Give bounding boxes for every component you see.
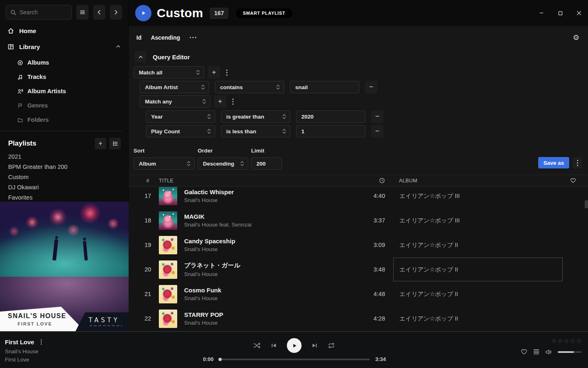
now-playing-album[interactable]: First Love bbox=[5, 357, 44, 363]
track-album-cell-focused[interactable]: エイリアン☆ポップ II bbox=[393, 258, 563, 281]
nav-back-button[interactable] bbox=[93, 5, 105, 20]
track-artist[interactable]: Snail's House bbox=[184, 271, 356, 277]
star-icon[interactable]: ☆ bbox=[557, 337, 563, 345]
search-box[interactable] bbox=[6, 5, 72, 20]
search-input[interactable] bbox=[20, 9, 67, 16]
track-row[interactable]: 22 STARRY POP Snail's House 4:28 エイリアン☆ポ… bbox=[129, 306, 588, 331]
rule-operator-select[interactable]: is greater than bbox=[221, 110, 290, 123]
column-favorite[interactable] bbox=[563, 177, 588, 184]
match-type-select[interactable]: Match all bbox=[134, 66, 204, 79]
order-select[interactable]: Descending bbox=[198, 157, 248, 170]
column-duration[interactable] bbox=[356, 177, 393, 184]
sidebar-item-home[interactable]: Home bbox=[0, 25, 128, 36]
rule-field-select[interactable]: Year bbox=[146, 110, 215, 123]
track-album-cell[interactable]: エイリアン☆ポップ II bbox=[393, 307, 563, 330]
remove-rule-button[interactable]: − bbox=[365, 81, 377, 93]
match-type-select[interactable]: Match any bbox=[140, 95, 210, 108]
sidebar-item-folders[interactable]: Folders bbox=[0, 114, 128, 125]
maximize-button[interactable] bbox=[554, 7, 567, 20]
collapse-query-editor-button[interactable] bbox=[135, 51, 146, 63]
column-index[interactable]: # bbox=[137, 177, 159, 184]
playlist-item[interactable]: DJ Okawari bbox=[8, 182, 124, 193]
rule-operator-select[interactable]: contains bbox=[215, 81, 284, 93]
add-rule-button[interactable]: + bbox=[208, 66, 220, 79]
sidebar-item-albums[interactable]: Albums bbox=[0, 57, 128, 68]
track-artist[interactable]: Snail's House bbox=[184, 320, 356, 326]
minus-icon: − bbox=[375, 112, 379, 121]
star-icon[interactable]: ☆ bbox=[564, 337, 569, 345]
remove-rule-button[interactable]: − bbox=[371, 110, 383, 123]
queue-button[interactable] bbox=[533, 348, 540, 355]
column-album[interactable]: ALBUM bbox=[393, 178, 563, 184]
add-rule-button[interactable]: + bbox=[214, 95, 226, 108]
sidebar-item-genres[interactable]: Genres bbox=[0, 100, 128, 111]
track-album-cell[interactable]: エイリアン☆ポップ II bbox=[393, 282, 563, 306]
nav-forward-button[interactable] bbox=[110, 5, 122, 20]
save-as-button[interactable]: Save as bbox=[538, 157, 569, 168]
track-album-cell[interactable]: エイリアン☆ポップ III bbox=[393, 187, 563, 208]
minimize-button[interactable]: − bbox=[535, 7, 548, 20]
favorite-button[interactable] bbox=[521, 348, 528, 355]
track-row[interactable]: 17 Galactic Whisper Snail's House 4:40 エ… bbox=[129, 187, 588, 208]
progress-handle[interactable] bbox=[218, 358, 222, 361]
chevrons-up-down-icon bbox=[201, 84, 205, 90]
next-track-button[interactable] bbox=[312, 342, 318, 349]
track-artist[interactable]: Snail's House bbox=[184, 197, 356, 203]
shuffle-button[interactable] bbox=[253, 342, 261, 349]
track-row[interactable]: 21 Cosmo Funk Snail's House 4:48 エイリアン☆ポ… bbox=[129, 282, 588, 306]
now-playing-album-art[interactable]: SNAIL'S HOUSE FIRST LOVE TASTY bbox=[0, 202, 129, 331]
menu-button[interactable] bbox=[76, 5, 89, 20]
volume-slider[interactable] bbox=[558, 351, 581, 353]
now-playing-artist[interactable]: Snail's House bbox=[5, 348, 44, 355]
close-button[interactable] bbox=[572, 7, 586, 20]
repeat-button[interactable] bbox=[328, 342, 335, 349]
sort-direction-button[interactable]: Ascending bbox=[151, 34, 180, 41]
playlist-item[interactable]: Custom bbox=[8, 172, 124, 182]
rule-field-select[interactable]: Album Artist bbox=[140, 81, 209, 93]
rule-value-input[interactable] bbox=[290, 81, 359, 93]
track-options-kebab-button[interactable] bbox=[38, 338, 45, 346]
rule-value-input[interactable] bbox=[296, 110, 365, 123]
scrollbar-thumb[interactable] bbox=[585, 200, 588, 208]
sidebar-item-label: Library bbox=[19, 43, 40, 50]
play-playlist-button[interactable] bbox=[135, 5, 151, 21]
volume-button[interactable] bbox=[545, 349, 552, 355]
sidebar-item-album-artists[interactable]: Album Artists bbox=[0, 86, 128, 96]
rule-value-input[interactable] bbox=[296, 125, 365, 137]
track-row[interactable]: 18 MAGIK Snail's House feat. Sennzai 3:3… bbox=[129, 208, 588, 233]
now-playing-track[interactable]: First Love bbox=[5, 339, 34, 346]
playlist-item[interactable]: 2021 bbox=[8, 152, 124, 162]
collapse-library-button[interactable] bbox=[116, 43, 121, 50]
track-row[interactable]: 20 プラネット・ガール Snail's House 3:48 エイリアン☆ポッ… bbox=[129, 257, 588, 282]
playlist-list-button[interactable] bbox=[109, 138, 121, 149]
limit-input[interactable] bbox=[251, 157, 282, 170]
more-options-button[interactable]: ··· bbox=[189, 34, 197, 41]
column-title[interactable]: TITLE bbox=[159, 178, 356, 184]
save-options-kebab-button[interactable] bbox=[572, 157, 582, 168]
progress-bar[interactable] bbox=[219, 359, 370, 360]
previous-track-button[interactable] bbox=[271, 342, 277, 349]
track-artist[interactable]: Snail's House feat. Sennzai bbox=[184, 222, 356, 228]
sort-field-button[interactable]: Id bbox=[136, 34, 141, 41]
group-options-kebab-button[interactable] bbox=[230, 97, 236, 106]
add-playlist-button[interactable]: + bbox=[95, 138, 106, 149]
track-album-cell[interactable]: エイリアン☆ポップ II bbox=[393, 233, 563, 257]
track-album-cell[interactable]: エイリアン☆ポップ III bbox=[393, 209, 563, 232]
sort-select[interactable]: Album bbox=[134, 157, 195, 170]
star-icon[interactable]: ☆ bbox=[570, 337, 575, 345]
track-row[interactable]: 19 Candy Spaceship Snail's House 3:09 エイ… bbox=[129, 233, 588, 257]
sidebar-item-tracks[interactable]: Tracks bbox=[0, 72, 128, 82]
album-art-figure bbox=[83, 241, 88, 261]
track-artist[interactable]: Snail's House bbox=[184, 295, 356, 301]
settings-gear-button[interactable]: ⚙ bbox=[573, 34, 579, 41]
track-artist[interactable]: Snail's House bbox=[184, 246, 356, 252]
remove-rule-button[interactable]: − bbox=[371, 125, 383, 137]
play-pause-button[interactable] bbox=[287, 338, 302, 353]
star-icon[interactable]: ☆ bbox=[576, 337, 582, 345]
playlist-item[interactable]: BPM Greater than 200 bbox=[8, 162, 124, 172]
group-options-kebab-button[interactable] bbox=[224, 68, 230, 77]
rule-operator-select[interactable]: is less than bbox=[221, 125, 290, 137]
rule-field-select[interactable]: Play Count bbox=[146, 125, 215, 137]
star-icon[interactable]: ☆ bbox=[551, 337, 557, 345]
sidebar-item-library[interactable]: Library bbox=[0, 41, 128, 52]
